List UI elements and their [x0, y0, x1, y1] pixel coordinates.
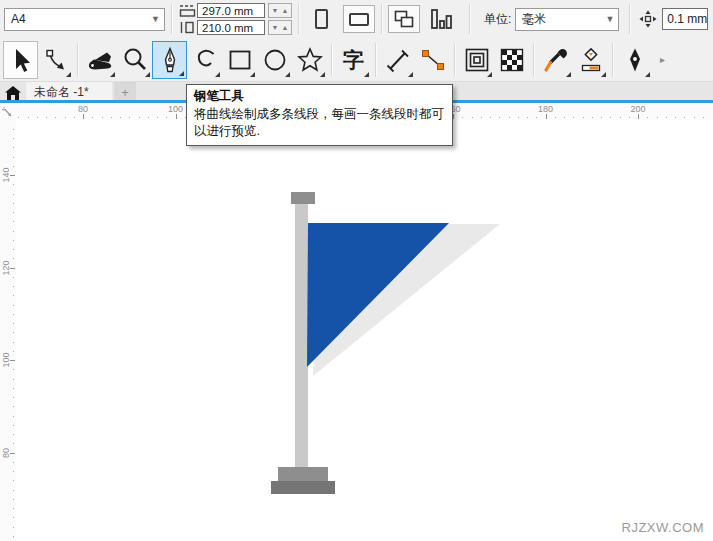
ruler-minor-tick: [13, 369, 14, 370]
chevron-down-icon: ▼: [605, 14, 614, 24]
ruler-minor-tick: [28, 117, 29, 118]
ruler-minor-tick: [74, 117, 75, 118]
ruler-minor-tick: [564, 117, 565, 118]
nudge-distance-input[interactable]: 0.1 mm: [662, 8, 708, 30]
ruler-minor-tick: [13, 277, 14, 278]
pick-tool[interactable]: [3, 41, 38, 79]
ruler-minor-tick: [92, 117, 93, 118]
zoom-tool[interactable]: [117, 41, 152, 79]
divider: [298, 4, 299, 34]
page-preset-select[interactable]: A4 ▼: [4, 8, 165, 31]
ruler-minor-tick: [13, 480, 14, 481]
divider: [77, 43, 78, 77]
ruler-minor-tick: [111, 117, 112, 118]
pen-tool-tooltip: 钢笔工具 将曲线绘制成多条线段，每画一条线段时都可以进行预览.: [186, 84, 453, 146]
current-page-button[interactable]: [425, 5, 457, 33]
ruler-minor-tick: [657, 117, 658, 118]
ruler-label: 140: [1, 162, 11, 188]
ruler-minor-tick: [490, 117, 491, 118]
chevron-down-icon: ▼: [151, 14, 160, 24]
vertical-ruler[interactable]: 14012010080: [0, 120, 17, 541]
ruler-minor-tick: [13, 462, 14, 463]
outline-pen-tool[interactable]: [617, 41, 652, 79]
ruler-minor-tick: [675, 117, 676, 118]
ruler-minor-tick: [120, 117, 121, 118]
tooltip-body: 将曲线绘制成多条线段，每画一条线段时都可以进行预览.: [194, 106, 445, 140]
ruler-minor-tick: [13, 388, 14, 389]
text-tool[interactable]: 字: [336, 41, 371, 79]
pen-tool[interactable]: [152, 41, 187, 79]
ruler-minor-tick: [13, 397, 14, 398]
ruler-major-tick: [83, 114, 84, 119]
ruler-minor-tick: [703, 117, 704, 118]
tooltip-title: 钢笔工具: [194, 88, 445, 105]
ruler-minor-tick: [592, 117, 593, 118]
page-height-input[interactable]: 210.0 mm: [197, 20, 265, 35]
toolbox-overflow-icon[interactable]: ▸: [660, 54, 665, 65]
ruler-minor-tick: [166, 117, 167, 118]
smart-fill-tool[interactable]: [573, 41, 608, 79]
ruler-minor-tick: [13, 471, 14, 472]
ruler-minor-tick: [620, 117, 621, 118]
ruler-minor-tick: [13, 212, 14, 213]
polygon-star-tool[interactable]: [292, 41, 327, 79]
rectangle-tool[interactable]: [222, 41, 257, 79]
two-point-line-tool[interactable]: [380, 41, 415, 79]
page-width-input[interactable]: 297.0 mm: [197, 3, 265, 18]
eyedropper-tool[interactable]: [538, 41, 573, 79]
drawing-canvas[interactable]: [16, 120, 713, 541]
knife-icon: [86, 46, 114, 74]
ruler-label: 80: [68, 104, 98, 114]
document-tab-label: 未命名 -1*: [34, 84, 89, 101]
shape-node-icon: [42, 46, 70, 74]
bezier-tool[interactable]: [187, 41, 222, 79]
ruler-minor-tick: [518, 117, 519, 118]
page-width-stepper[interactable]: ▼▲: [268, 3, 292, 18]
ellipse-icon: [261, 46, 289, 74]
fill-icon: [577, 46, 605, 74]
shape-tool[interactable]: [38, 41, 73, 79]
page-preset-value: A4: [11, 12, 26, 26]
landscape-button[interactable]: [343, 5, 375, 33]
ruler-minor-tick: [13, 249, 14, 250]
ruler-minor-tick: [13, 517, 14, 518]
ruler-minor-tick: [13, 240, 14, 241]
units-select[interactable]: 毫米 ▼: [515, 8, 619, 31]
flyout-indicator: [645, 72, 650, 77]
ruler-minor-tick: [13, 443, 14, 444]
ruler-minor-tick: [694, 117, 695, 118]
ruler-major-tick: [176, 114, 177, 119]
ruler-label: 80: [1, 440, 11, 466]
ruler-minor-tick: [13, 305, 14, 306]
units-label: 单位:: [484, 11, 511, 28]
ruler-origin-icon: [1, 105, 15, 119]
ruler-origin-corner[interactable]: [0, 103, 16, 120]
portrait-button[interactable]: [305, 5, 337, 33]
all-pages-button[interactable]: [388, 5, 420, 33]
ellipse-tool[interactable]: [257, 41, 292, 79]
flyout-indicator: [601, 72, 606, 77]
divider: [381, 4, 382, 34]
flyout-indicator: [566, 72, 571, 77]
knife-tool[interactable]: [82, 41, 117, 79]
page-height-stepper[interactable]: ▼▲: [268, 20, 292, 35]
divider: [375, 43, 376, 77]
eyedropper-icon: [542, 46, 570, 74]
pattern-fill-tool[interactable]: [494, 41, 529, 79]
ruler-minor-tick: [13, 166, 14, 167]
ruler-minor-tick: [129, 117, 130, 118]
ruler-minor-tick: [102, 117, 103, 118]
ruler-major-tick: [638, 114, 639, 119]
connector-tool[interactable]: [415, 41, 450, 79]
page-height-icon: [178, 20, 197, 35]
ruler-minor-tick: [13, 138, 14, 139]
portrait-icon: [310, 7, 332, 31]
star-icon: [296, 46, 324, 74]
ruler-minor-tick: [481, 117, 482, 118]
ruler-minor-tick: [65, 117, 66, 118]
ruler-minor-tick: [13, 342, 14, 343]
contour-tool[interactable]: [459, 41, 494, 79]
flyout-indicator: [250, 72, 255, 77]
ruler-minor-tick: [527, 117, 528, 118]
ruler-minor-tick: [13, 221, 14, 222]
